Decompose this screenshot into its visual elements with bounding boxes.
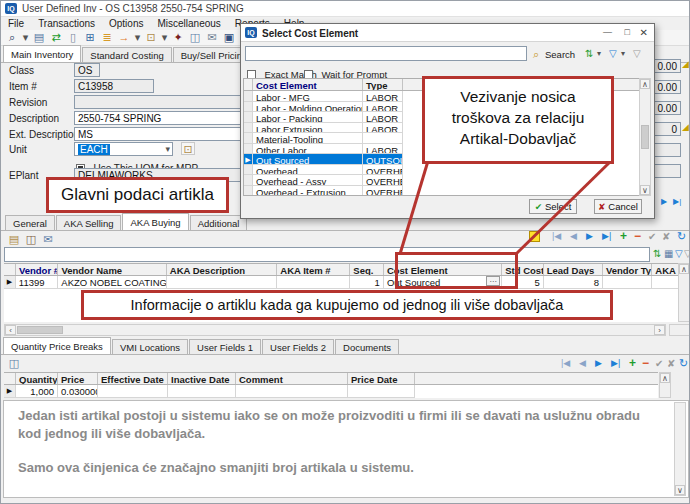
aka-cell-vendor[interactable]: 11399 bbox=[16, 276, 58, 289]
monitor-icon[interactable]: ▣ bbox=[222, 31, 236, 44]
tab-vmi-locations[interactable]: VMI Locations bbox=[112, 339, 188, 354]
aka-header-aka-item[interactable]: AKA Item # bbox=[277, 264, 350, 275]
price-header-price[interactable]: Price bbox=[58, 373, 98, 384]
unit-dropdown-icon[interactable]: ▾ bbox=[165, 144, 170, 155]
price-header-comment[interactable]: Comment bbox=[236, 373, 348, 384]
aka-header-vendor-type[interactable]: Vendor Type bbox=[603, 264, 652, 275]
aka-header-aka-description[interactable]: AKA Description bbox=[167, 264, 277, 275]
cost-header-type[interactable]: Type bbox=[363, 79, 403, 90]
aka-nav-prev-icon[interactable]: ◀ bbox=[570, 231, 577, 241]
price-cancel-icon[interactable]: ✘ bbox=[667, 358, 675, 369]
price-grid-vscrollbar[interactable]: ∧ bbox=[659, 372, 671, 398]
dialog-sort-icon[interactable]: ⇅ bbox=[585, 48, 593, 59]
tab-aka-buying[interactable]: AKA Buying bbox=[122, 213, 188, 230]
aka-header-seq[interactable]: Seq. bbox=[350, 264, 384, 275]
cancel-button[interactable]: ✘ Cancel bbox=[594, 199, 642, 214]
tab-main-inventory[interactable]: Main Inventory bbox=[3, 45, 81, 62]
dialog-vscrollbar[interactable]: ∧ ∨ bbox=[639, 78, 651, 196]
dialog-scroll-up-icon[interactable]: ∧ bbox=[640, 79, 650, 89]
price-add-icon[interactable]: + bbox=[629, 356, 636, 370]
price-header-inactive-date[interactable]: Inactive Date bbox=[168, 373, 236, 384]
dialog-search-input[interactable] bbox=[245, 46, 527, 61]
cost-field-4-icon[interactable]: ◢ bbox=[682, 122, 689, 132]
price-cell-effective-date[interactable] bbox=[98, 385, 168, 398]
price-vscroll-up-icon[interactable]: ∧ bbox=[660, 373, 670, 383]
aka-refresh-icon[interactable]: ↻ bbox=[677, 230, 686, 243]
tab-user-fields-2[interactable]: User Fields 2 bbox=[262, 339, 334, 354]
aka-header-aka-ext[interactable]: AKA Ext bbox=[652, 264, 678, 275]
cost-field-3[interactable]: 0.00 bbox=[653, 101, 681, 115]
aka-add-icon[interactable]: + bbox=[620, 229, 627, 243]
unit-combo[interactable]: EACH ▾ bbox=[74, 142, 173, 156]
aka-cell-vendor-name[interactable]: AKZO NOBEL COATINGS INC bbox=[58, 276, 166, 289]
price-nav-prev-icon[interactable]: ◀ bbox=[579, 358, 586, 368]
aka-filter-icon[interactable]: ▽ bbox=[675, 248, 683, 259]
price-table-row[interactable]: ▶ 1,000 0.030000 bbox=[4, 385, 658, 398]
dialog-minimize-icon[interactable]: — bbox=[603, 27, 612, 37]
menu-transactions[interactable]: Transactions bbox=[38, 18, 95, 29]
price-nav-next-icon[interactable]: ▶ bbox=[595, 358, 602, 368]
dialog-maximize-icon[interactable]: □ bbox=[625, 27, 630, 37]
price-cell-inactive-date[interactable] bbox=[168, 385, 236, 398]
aka-contacts-icon[interactable]: ◫ bbox=[24, 233, 38, 246]
mini-nav-next-icon[interactable]: ▶ bbox=[661, 197, 667, 206]
aka-header-vendor[interactable]: Vendor # bbox=[16, 264, 58, 275]
aka-cell-vendor-type[interactable] bbox=[603, 276, 652, 289]
tab-general[interactable]: General bbox=[5, 215, 55, 230]
cost-row-overhead-extrusion[interactable]: Overhead - ExtrusionOVERHEAD bbox=[244, 186, 639, 197]
tab-quantity-price-breaks[interactable]: Quantity Price Breaks bbox=[3, 337, 111, 354]
cost-field-1-icon[interactable]: ◢ bbox=[682, 59, 689, 69]
aka-header-lead-days[interactable]: Lead Days bbox=[544, 264, 603, 275]
aka-cell-lead-days[interactable]: 8 bbox=[544, 276, 603, 289]
price-nav-last-icon[interactable]: ▶| bbox=[611, 358, 620, 368]
dialog-scroll-thumb[interactable] bbox=[641, 125, 649, 149]
menu-miscellaneous[interactable]: Miscellaneous bbox=[157, 18, 220, 29]
price-cell-price[interactable]: 0.030000 bbox=[58, 385, 98, 398]
aka-mail-icon[interactable]: ✉ bbox=[41, 233, 55, 246]
aka-hscroll-right-icon[interactable]: › bbox=[654, 325, 665, 335]
tab-user-fields-1[interactable]: User Fields 1 bbox=[189, 339, 261, 354]
aka-nav-first-icon[interactable]: |◀ bbox=[552, 231, 561, 241]
aka-vscroll-up-icon[interactable]: ∧ bbox=[679, 264, 689, 274]
price-post-icon[interactable]: ✔ bbox=[655, 358, 663, 369]
cost-field-2[interactable]: 0.00 bbox=[653, 80, 681, 94]
aka-header-vendor-name[interactable]: Vendor Name bbox=[58, 264, 166, 275]
print-preview-icon[interactable]: ⊞ bbox=[83, 31, 97, 44]
cost-field-5[interactable] bbox=[653, 143, 681, 157]
aka-hscroll-left-icon[interactable]: ‹ bbox=[5, 325, 16, 335]
notes-vscrollbar[interactable]: ∨ bbox=[674, 402, 686, 496]
aka-delete-icon[interactable]: − bbox=[634, 229, 641, 243]
price-copy-icon[interactable]: ◫ bbox=[7, 357, 21, 370]
tab-documents[interactable]: Documents bbox=[335, 339, 399, 354]
cart-icon[interactable]: ✦ bbox=[171, 31, 185, 44]
tab-aka-selling[interactable]: AKA Selling bbox=[56, 215, 122, 230]
cost-row-overhead[interactable]: OverheadOVERHEAD bbox=[244, 165, 639, 176]
browse-icon[interactable]: ⊡ bbox=[144, 31, 158, 44]
document-icon[interactable]: ▯ bbox=[66, 31, 80, 44]
cost-row-overhead-assy[interactable]: Overhead - AssyOVERHEAD bbox=[244, 175, 639, 186]
tab-standard-costing[interactable]: Standard Costing bbox=[82, 47, 171, 62]
notes-scroll-down-icon[interactable]: ∨ bbox=[675, 485, 685, 495]
aka-hscroll-thumb[interactable] bbox=[17, 326, 63, 334]
dialog-filter-clear-icon[interactable]: ▽ bbox=[633, 48, 641, 59]
dialog-scroll-down-icon[interactable]: ∨ bbox=[640, 185, 650, 195]
aka-cell-aka-item[interactable] bbox=[277, 276, 350, 289]
aka-cell-seq[interactable]: 1 bbox=[350, 276, 384, 289]
dialog-filter-icon[interactable]: ▽ bbox=[609, 48, 617, 59]
aka-nav-next-icon[interactable]: ▶ bbox=[586, 231, 593, 241]
menu-file[interactable]: File bbox=[8, 18, 24, 29]
price-delete-icon[interactable]: − bbox=[642, 356, 649, 370]
find-icon[interactable]: ⌕ bbox=[5, 31, 19, 44]
print-icon[interactable]: ▤ bbox=[32, 31, 46, 44]
class-field[interactable]: OS bbox=[74, 63, 100, 77]
cost-header-cost-element[interactable]: Cost Element bbox=[253, 79, 363, 90]
unit-lookup-icon[interactable]: ⊡ bbox=[181, 142, 195, 155]
aka-export-icon[interactable]: ▤ bbox=[7, 233, 21, 246]
aka-filter-input[interactable] bbox=[4, 247, 650, 262]
cost-field-1[interactable]: 0.00 bbox=[653, 59, 681, 73]
price-header-effective-date[interactable]: Effective Date bbox=[98, 373, 168, 384]
aka-filter-clear-icon[interactable]: ▽ bbox=[684, 248, 690, 259]
select-button[interactable]: ✔ Select bbox=[529, 199, 577, 214]
price-cell-price-date[interactable] bbox=[348, 385, 415, 398]
dialog-search-icon[interactable]: ⌕ bbox=[533, 48, 539, 61]
